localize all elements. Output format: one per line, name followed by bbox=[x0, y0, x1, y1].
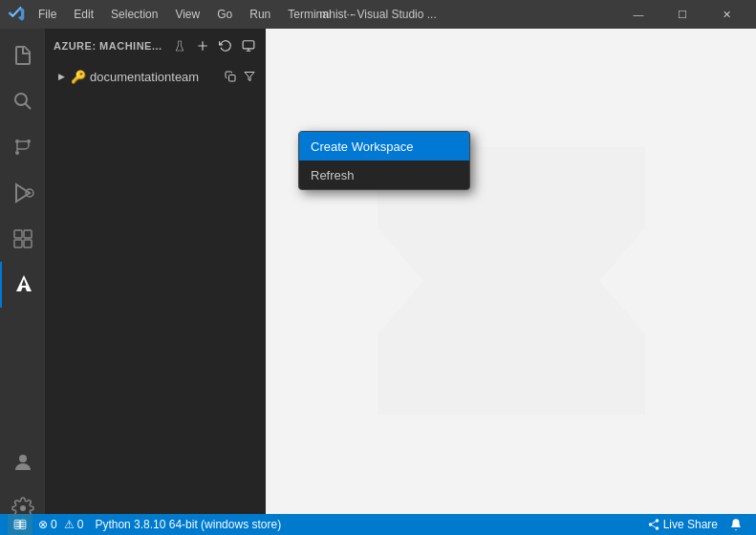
error-icon: ⊗ bbox=[38, 518, 48, 531]
svg-point-3 bbox=[15, 151, 19, 155]
refresh-icon[interactable] bbox=[216, 36, 235, 55]
svg-point-11 bbox=[19, 455, 27, 462]
tree-item-label: documentationteam bbox=[90, 70, 199, 84]
tree-action-icons bbox=[222, 68, 258, 85]
svg-point-2 bbox=[15, 139, 19, 143]
filter-icon[interactable] bbox=[241, 68, 258, 85]
sidebar-tree: ▶ 🔑 documentationteam bbox=[46, 62, 266, 91]
minimize-button[interactable]: — bbox=[616, 0, 660, 29]
sidebar-item-search[interactable] bbox=[0, 78, 46, 124]
sidebar-title: AZURE: MACHINE... bbox=[54, 40, 162, 52]
sidebar-item-extensions[interactable] bbox=[0, 216, 46, 262]
warning-count: 0 bbox=[77, 518, 84, 531]
menu-file[interactable]: File bbox=[31, 6, 64, 23]
menu-edit[interactable]: Edit bbox=[66, 6, 101, 23]
sidebar-header: AZURE: MACHINE... bbox=[46, 29, 266, 62]
portal-icon[interactable] bbox=[239, 36, 258, 55]
title-bar: File Edit Selection View Go Run Terminal… bbox=[0, 0, 756, 29]
maximize-button[interactable]: ☐ bbox=[660, 0, 704, 29]
python-version-label: Python 3.8.10 64-bit (windows store) bbox=[95, 518, 281, 531]
sidebar-item-azure[interactable] bbox=[0, 262, 46, 308]
window-title: mnist - Visual Studio ... bbox=[319, 8, 437, 21]
svg-rect-7 bbox=[14, 230, 22, 238]
sidebar: AZURE: MACHINE... bbox=[46, 29, 266, 535]
svg-rect-13 bbox=[243, 40, 254, 48]
svg-rect-10 bbox=[14, 240, 22, 247]
sidebar-item-source-control[interactable] bbox=[0, 124, 46, 170]
menu-view[interactable]: View bbox=[167, 6, 207, 23]
context-menu-refresh[interactable]: Refresh bbox=[299, 160, 469, 189]
sidebar-item-run[interactable] bbox=[0, 170, 46, 216]
activity-bar bbox=[0, 29, 46, 535]
plus-icon[interactable] bbox=[193, 36, 212, 55]
status-bar: ⊗ 0 ⚠ 0 Python 3.8.10 64-bit (windows st… bbox=[0, 514, 756, 535]
context-menu-create-workspace[interactable]: Create Workspace bbox=[299, 132, 469, 160]
svg-point-0 bbox=[15, 94, 27, 105]
main-layout: AZURE: MACHINE... bbox=[0, 29, 756, 535]
svg-point-4 bbox=[27, 139, 31, 143]
sidebar-header-icons bbox=[170, 36, 258, 55]
svg-marker-15 bbox=[245, 73, 254, 81]
svg-line-1 bbox=[25, 104, 31, 110]
svg-point-24 bbox=[655, 526, 659, 530]
svg-rect-14 bbox=[229, 75, 236, 82]
svg-point-23 bbox=[648, 523, 652, 526]
live-share-status[interactable]: Live Share bbox=[641, 514, 724, 535]
svg-marker-5 bbox=[16, 184, 30, 202]
menu-run[interactable]: Run bbox=[242, 6, 278, 23]
close-button[interactable]: ✕ bbox=[704, 0, 748, 29]
svg-point-22 bbox=[655, 519, 659, 523]
editor-area bbox=[266, 29, 756, 535]
svg-rect-9 bbox=[24, 240, 32, 247]
window-controls: — ☐ ✕ bbox=[616, 0, 748, 29]
warning-icon: ⚠ bbox=[64, 518, 75, 531]
copy-icon[interactable] bbox=[222, 68, 239, 85]
tree-item-documentation[interactable]: ▶ 🔑 documentationteam bbox=[46, 66, 266, 87]
flask-icon[interactable] bbox=[170, 36, 189, 55]
vscode-logo-icon bbox=[8, 6, 25, 23]
key-icon: 🔑 bbox=[71, 70, 86, 84]
tree-arrow-icon: ▶ bbox=[54, 69, 69, 84]
python-version-status[interactable]: Python 3.8.10 64-bit (windows store) bbox=[89, 514, 287, 535]
svg-point-12 bbox=[20, 505, 26, 511]
menu-go[interactable]: Go bbox=[209, 6, 240, 23]
errors-status-item[interactable]: ⊗ 0 ⚠ 0 bbox=[32, 514, 89, 535]
live-share-label: Live Share bbox=[663, 518, 718, 531]
svg-line-26 bbox=[652, 522, 656, 524]
menu-selection[interactable]: Selection bbox=[103, 6, 165, 23]
error-count: 0 bbox=[51, 518, 57, 531]
context-menu: Create Workspace Refresh bbox=[298, 131, 470, 190]
svg-rect-8 bbox=[24, 230, 32, 238]
remote-status-item[interactable] bbox=[8, 514, 32, 535]
sidebar-item-accounts[interactable] bbox=[0, 439, 46, 485]
status-bar-right: Live Share bbox=[641, 514, 748, 535]
notification-bell[interactable] bbox=[724, 514, 748, 535]
sidebar-item-explorer[interactable] bbox=[0, 32, 46, 78]
svg-line-25 bbox=[652, 525, 656, 527]
